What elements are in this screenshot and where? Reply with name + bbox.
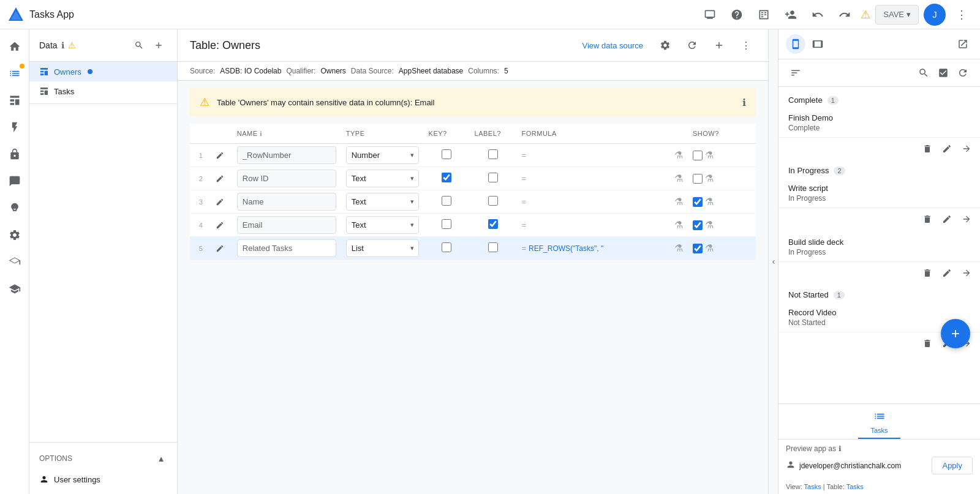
formula-flask-icon[interactable]: ⚗ <box>674 242 683 254</box>
nav-data-btn[interactable] <box>2 61 27 86</box>
task-edit-btn[interactable] <box>938 264 956 282</box>
show-flask-icon[interactable]: ⚗ <box>705 196 714 208</box>
key-checkbox[interactable] <box>442 173 451 182</box>
edit-row-btn[interactable] <box>213 148 227 163</box>
panel-refresh-btn[interactable] <box>953 63 973 83</box>
sidebar-options-collapse-btn[interactable]: ▲ <box>155 452 167 465</box>
more-options-btn[interactable]: ⋮ <box>951 4 973 26</box>
key-checkbox[interactable] <box>442 219 451 229</box>
label-checkbox[interactable] <box>488 219 498 229</box>
user-avatar[interactable]: J <box>924 4 946 26</box>
type-select[interactable]: TextNumberDateEmailListNamePhoneRefLongT… <box>346 216 419 234</box>
show-flask-icon[interactable]: ⚗ <box>705 173 714 184</box>
table-tasks-link[interactable]: Tasks <box>846 483 864 490</box>
task-item-content[interactable]: Build slide deck In Progress <box>778 233 980 262</box>
type-select[interactable]: TextNumberDateEmailListNamePhoneRefLongT… <box>346 170 419 187</box>
field-name-input[interactable] <box>237 239 336 257</box>
field-name-input[interactable] <box>237 170 336 187</box>
nav-settings-btn[interactable] <box>2 223 27 247</box>
nav-views-btn[interactable] <box>2 88 27 113</box>
undo-btn[interactable] <box>807 4 829 26</box>
apply-button[interactable]: Apply <box>932 457 973 474</box>
panel-collapse-btn[interactable] <box>768 29 778 494</box>
field-name-input[interactable] <box>237 146 336 164</box>
field-name-input[interactable] <box>237 193 336 211</box>
nav-automation-btn[interactable] <box>2 115 27 140</box>
task-item[interactable]: Write script In Progress <box>778 179 980 233</box>
refresh-btn[interactable] <box>682 36 702 55</box>
label-checkbox[interactable] <box>488 242 498 252</box>
show-checkbox[interactable] <box>693 197 703 207</box>
view-data-source-link[interactable]: View data source <box>582 41 644 50</box>
task-delete-btn[interactable] <box>919 264 936 282</box>
help-btn[interactable] <box>726 4 748 26</box>
nav-security-btn[interactable] <box>2 142 27 167</box>
type-select[interactable]: TextNumberDateEmailListNamePhoneRefLongT… <box>346 239 419 257</box>
label-checkbox[interactable] <box>488 196 498 206</box>
task-delete-btn[interactable] <box>919 335 936 352</box>
formula-flask-icon[interactable]: ⚗ <box>674 173 683 184</box>
panel-search-btn[interactable] <box>914 63 933 83</box>
sidebar-add-btn[interactable] <box>150 37 167 54</box>
task-item[interactable]: Build slide deck In Progress <box>778 233 980 286</box>
phone-view-btn[interactable] <box>786 34 805 54</box>
show-flask-icon[interactable]: ⚗ <box>705 219 714 231</box>
save-button[interactable]: SAVE ▾ <box>875 5 919 24</box>
key-checkbox[interactable] <box>442 196 451 206</box>
nav-graduation-btn[interactable] <box>2 277 27 301</box>
field-name-input[interactable] <box>237 216 336 234</box>
task-arrow-btn[interactable] <box>958 211 975 228</box>
sidebar-user-settings[interactable]: User settings <box>29 470 177 489</box>
label-checkbox[interactable] <box>488 149 498 159</box>
show-checkbox[interactable] <box>693 244 703 253</box>
panel-checkbox-btn[interactable] <box>933 63 953 83</box>
task-arrow-btn[interactable] <box>958 140 975 157</box>
type-select[interactable]: TextNumberDateEmailListNamePhoneRefLongT… <box>346 146 419 164</box>
add-column-btn[interactable] <box>709 36 729 55</box>
expand-panel-btn[interactable] <box>953 34 973 54</box>
show-checkbox[interactable] <box>693 151 703 160</box>
show-checkbox[interactable] <box>693 174 703 184</box>
edit-row-btn[interactable] <box>213 171 227 186</box>
edit-row-btn[interactable] <box>213 241 227 256</box>
task-item-content[interactable]: Finish Demo Complete <box>778 108 980 138</box>
show-checkbox[interactable] <box>693 220 703 230</box>
nav-idea-btn[interactable] <box>2 196 27 220</box>
show-flask-icon[interactable]: ⚗ <box>705 149 714 161</box>
nav-home-btn[interactable] <box>2 34 27 59</box>
task-arrow-btn[interactable] <box>958 264 975 282</box>
nav-chat-btn[interactable] <box>2 169 27 193</box>
redo-btn[interactable] <box>834 4 856 26</box>
label-checkbox[interactable] <box>488 173 498 182</box>
task-item[interactable]: Finish Demo Complete <box>778 108 980 162</box>
add-task-fab[interactable]: + <box>941 319 970 348</box>
task-delete-btn[interactable] <box>919 140 936 157</box>
formula-flask-icon[interactable]: ⚗ <box>674 149 683 161</box>
task-edit-btn[interactable] <box>938 211 956 228</box>
show-flask-icon[interactable]: ⚗ <box>705 242 714 254</box>
task-delete-btn[interactable] <box>919 211 936 228</box>
edit-row-btn[interactable] <box>213 195 227 209</box>
sidebar-item-owners[interactable]: Owners <box>29 62 177 81</box>
more-table-btn[interactable]: ⋮ <box>736 36 756 55</box>
task-item-content[interactable]: Write script In Progress <box>778 179 980 208</box>
edit-row-btn[interactable] <box>213 218 227 233</box>
tablet-view-btn[interactable] <box>808 34 827 54</box>
key-checkbox[interactable] <box>442 242 451 252</box>
formula-flask-icon[interactable]: ⚗ <box>674 196 683 208</box>
type-select[interactable]: TextNumberDateEmailListNamePhoneRefLongT… <box>346 193 419 211</box>
warning-banner-info-btn[interactable]: ℹ <box>742 97 746 108</box>
formula-flask-icon[interactable]: ⚗ <box>674 219 683 231</box>
nav-intelligence-btn[interactable] <box>2 250 27 274</box>
key-checkbox[interactable] <box>442 149 451 159</box>
task-edit-btn[interactable] <box>938 140 956 157</box>
table-btn[interactable] <box>753 4 775 26</box>
sidebar-item-tasks[interactable]: Tasks <box>29 81 177 101</box>
sidebar-search-btn[interactable] <box>130 37 148 54</box>
monitor-btn[interactable] <box>699 4 721 26</box>
view-tasks-link[interactable]: Tasks <box>804 483 821 490</box>
filter-list-btn[interactable] <box>786 63 805 83</box>
tasks-tab[interactable]: Tasks <box>858 406 900 439</box>
settings-icon-btn[interactable] <box>655 36 675 55</box>
person-add-btn[interactable] <box>780 4 802 26</box>
